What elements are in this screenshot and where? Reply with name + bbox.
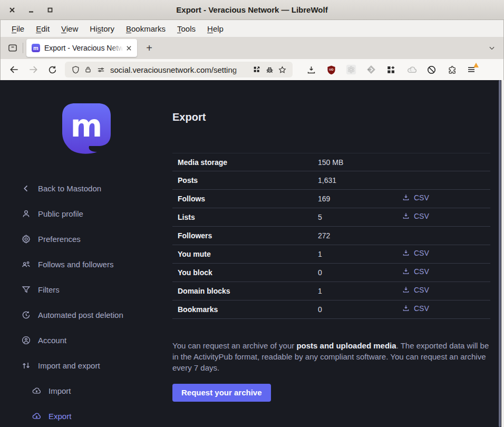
puzzle-piece-icon[interactable] [443, 61, 460, 78]
table-row: Bookmarks 0 CSV [172, 300, 490, 319]
download-icon [402, 267, 410, 276]
table-row: Followers 272 [172, 227, 490, 245]
table-row: Lists 5 CSV [172, 208, 490, 227]
extension-flower-icon[interactable] [343, 61, 360, 78]
mastodon-favicon: m [32, 44, 40, 52]
tab-title: Export - Veracious Netwo [44, 44, 123, 52]
app-menu-icon[interactable] [463, 61, 480, 78]
extension-arrow-icon[interactable] [363, 61, 380, 78]
url-text: social.veraciousnetwork.com/setting [110, 65, 250, 74]
titlebar: Export - Veracious Network — LibreWolf [0, 0, 504, 20]
menu-tools[interactable]: Tools [171, 22, 201, 35]
scrollbar-thumb[interactable] [499, 80, 501, 427]
bug-icon[interactable] [263, 63, 276, 76]
gear-icon [21, 234, 31, 244]
sidebar-nav: Back to Mastodon Public profile Preferen… [0, 176, 172, 427]
minimize-window-icon[interactable] [25, 4, 37, 16]
sidebar-item-follows-and-followers[interactable]: Follows and followers [0, 251, 172, 277]
toolbar-extension-area: UO [301, 61, 481, 78]
download-icon [402, 193, 410, 202]
back-icon[interactable] [6, 61, 23, 78]
export-main: Export Media storage 150 MB Posts 1,631 … [172, 80, 504, 427]
history-icon [21, 310, 31, 320]
export-table: Media storage 150 MB Posts 1,631 Follows… [172, 153, 490, 319]
tabbar: m Export - Veracious Netwo + [0, 37, 504, 59]
download-icon [402, 249, 410, 257]
people-icon [21, 259, 31, 269]
menu-view[interactable]: View [55, 22, 84, 35]
sidebar-item-back-to-mastodon[interactable]: Back to Mastodon [0, 176, 172, 201]
chevron-left-icon [21, 183, 31, 193]
table-row: Posts 1,631 [172, 171, 490, 190]
extension-blob-icon[interactable] [403, 61, 420, 78]
settings-sidebar: m Back to Mastodon Public profile Prefer… [0, 80, 172, 427]
menu-help[interactable]: Help [201, 22, 229, 35]
sidebar-item-export[interactable]: Export [0, 403, 172, 427]
page-title: Export [172, 110, 490, 124]
window-title: Export - Veracious Network — LibreWolf [0, 5, 504, 14]
table-row: You block 0 CSV [172, 264, 490, 282]
window-controls [0, 4, 56, 16]
lock-icon[interactable] [82, 63, 94, 76]
table-row: Media storage 150 MB [172, 153, 490, 171]
csv-download-link[interactable]: CSV [402, 286, 429, 294]
sidebar-item-public-profile[interactable]: Public profile [0, 201, 172, 226]
sidebar-item-filters[interactable]: Filters [0, 277, 172, 302]
active-tab[interactable]: m Export - Veracious Netwo [26, 39, 137, 57]
close-window-icon[interactable] [6, 4, 18, 16]
tab-close-icon[interactable] [123, 43, 134, 53]
sidebar-item-import[interactable]: Import [0, 378, 172, 403]
bookmark-star-icon[interactable] [276, 63, 288, 76]
archive-note: You can request an archive of your posts… [172, 340, 490, 373]
forward-icon[interactable] [25, 61, 42, 78]
menu-bookmarks[interactable]: Bookmarks [120, 22, 171, 35]
url-bar[interactable]: social.veraciousnetwork.com/setting [65, 62, 293, 77]
update-badge-icon [473, 63, 479, 67]
svg-text:m: m [70, 108, 102, 144]
csv-download-link[interactable]: CSV [402, 212, 429, 220]
menu-edit[interactable]: Edit [30, 22, 55, 35]
container-squares-icon[interactable] [250, 63, 263, 76]
maximize-window-icon[interactable] [44, 4, 56, 16]
svg-text:UO: UO [329, 68, 334, 71]
page-content: m Back to Mastodon Public profile Prefer… [0, 80, 504, 427]
menu-file[interactable]: File [6, 22, 30, 35]
downloads-icon[interactable] [303, 61, 319, 78]
scrollbar-track [501, 80, 504, 427]
tracking-shield-icon[interactable] [69, 63, 82, 76]
browser-window: Export - Veracious Network — LibreWolf F… [0, 0, 504, 427]
sidebar-item-automated-post-deletion[interactable]: Automated post deletion [0, 302, 172, 327]
sidebar-item-account[interactable]: Account [0, 327, 172, 353]
sidebar-item-import-and-export[interactable]: Import and export [0, 353, 172, 378]
csv-download-link[interactable]: CSV [402, 304, 429, 313]
table-row: Follows 169 CSV [172, 190, 490, 208]
menu-history[interactable]: History [84, 22, 120, 35]
new-tab-button[interactable]: + [141, 40, 157, 56]
download-icon [402, 286, 410, 294]
permissions-sliders-icon[interactable] [94, 63, 107, 76]
person-circle-icon [21, 335, 31, 345]
table-row: You mute 1 CSV [172, 245, 490, 264]
funnel-icon [21, 285, 31, 295]
sidebar-item-preferences[interactable]: Preferences [0, 226, 172, 251]
csv-download-link[interactable]: CSV [402, 267, 429, 276]
tab-separator [23, 43, 23, 53]
csv-download-link[interactable]: CSV [402, 249, 429, 257]
download-icon [402, 212, 410, 220]
cloud-download-icon [32, 411, 42, 421]
mastodon-logo: m [60, 101, 113, 154]
containers-plus-icon[interactable] [383, 61, 400, 78]
request-archive-button[interactable]: Request your archive [172, 384, 271, 402]
block-icon[interactable] [423, 61, 440, 78]
person-icon [21, 209, 31, 219]
import-export-icon [21, 361, 31, 371]
csv-download-link[interactable]: CSV [402, 193, 429, 202]
navigation-toolbar: social.veraciousnetwork.com/setting UO [0, 59, 504, 80]
list-all-tabs-chevron-icon[interactable] [484, 41, 499, 55]
menubar: File Edit View History Bookmarks Tools H… [0, 20, 504, 37]
ublock-origin-icon[interactable]: UO [323, 61, 340, 78]
table-row: Domain blocks 1 CSV [172, 282, 490, 300]
firefox-view-icon[interactable] [5, 40, 21, 56]
reload-icon[interactable] [44, 61, 61, 78]
download-icon [402, 304, 410, 313]
